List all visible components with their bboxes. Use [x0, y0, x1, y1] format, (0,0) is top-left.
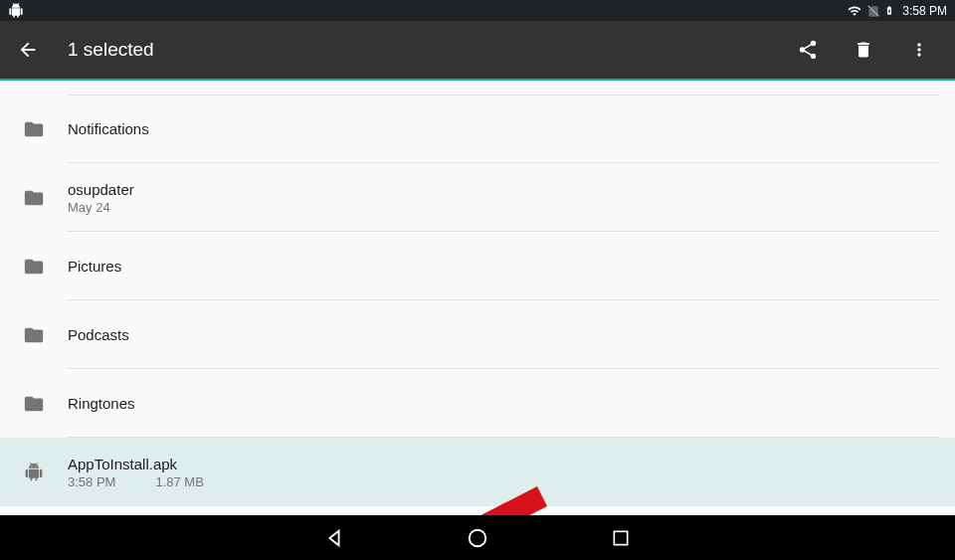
no-sim-icon: [866, 4, 880, 18]
overflow-menu-button[interactable]: [907, 38, 931, 62]
folder-icon: [16, 393, 52, 415]
folder-icon: [16, 256, 52, 278]
selection-count-title: 1 selected: [68, 39, 154, 61]
list-item[interactable]: osupdater May 24: [0, 163, 955, 232]
delete-button[interactable]: [852, 38, 875, 62]
file-name: Pictures: [68, 258, 121, 275]
action-bar: 1 selected: [0, 21, 955, 81]
svg-point-1: [470, 529, 486, 546]
nav-back-button[interactable]: [322, 526, 346, 550]
folder-icon: [16, 187, 52, 209]
android-debug-icon: [8, 3, 24, 19]
wifi-icon: [847, 4, 862, 18]
file-name: Ringtones: [68, 395, 135, 412]
nav-recents-button[interactable]: [609, 526, 633, 550]
status-left: [8, 3, 24, 19]
file-meta-date: May 24: [68, 200, 110, 215]
file-name: AppToInstall.apk: [68, 456, 204, 472]
list-item[interactable]: Ringtones: [0, 369, 955, 438]
file-meta-size: 1.87 MB: [155, 474, 203, 489]
status-bar: 3:58 PM: [0, 0, 955, 21]
file-list[interactable]: Notifications osupdater May 24 Pictures …: [0, 81, 955, 515]
file-name: osupdater: [68, 181, 134, 198]
back-button[interactable]: [16, 38, 40, 62]
battery-charging-icon: [884, 3, 894, 18]
share-button[interactable]: [796, 38, 820, 62]
status-clock: 3:58 PM: [902, 4, 947, 18]
apk-icon: [16, 462, 52, 483]
list-item[interactable]: Pictures: [0, 232, 955, 300]
list-item[interactable]: Podcasts: [0, 300, 955, 369]
status-right: 3:58 PM: [847, 3, 947, 18]
folder-icon: [16, 118, 52, 140]
file-name: Notifications: [68, 120, 149, 137]
nav-home-button[interactable]: [466, 526, 489, 550]
folder-icon: [16, 324, 52, 346]
list-item[interactable]: Notifications: [0, 94, 955, 163]
navigation-bar: [0, 515, 955, 560]
file-name: Podcasts: [68, 326, 129, 343]
svg-rect-2: [614, 531, 627, 544]
list-item[interactable]: AppToInstall.apk 3:58 PM 1.87 MB: [0, 438, 955, 506]
file-meta-time: 3:58 PM: [68, 474, 115, 489]
